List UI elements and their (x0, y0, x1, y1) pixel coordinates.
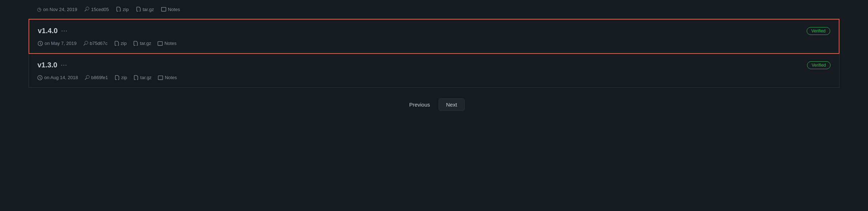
release-title-row-v1-3-0: v1.3.0 ··· (37, 61, 67, 69)
top-notes-item[interactable]: Notes (161, 7, 180, 12)
commit-item-v1-4-0[interactable]: b75d67c (83, 41, 108, 46)
zip-label-v1-4-0: zip (121, 41, 127, 46)
notes-label-v1-4-0: Notes (164, 41, 177, 46)
release-header-v1-4-0: v1.4.0 ··· Verified (29, 20, 839, 38)
targz-label-v1-4-0: tar.gz (140, 41, 151, 46)
notes-item-v1-3-0[interactable]: Notes (158, 75, 177, 80)
clock-icon (37, 6, 41, 12)
targz-item-v1-4-0[interactable]: tar.gz (133, 41, 151, 46)
top-notes-label: Notes (168, 7, 180, 12)
notes-icon-v1-3-0 (158, 75, 163, 80)
top-targz-item[interactable]: tar.gz (136, 7, 154, 12)
verified-badge-v1-3-0: Verified (807, 61, 831, 69)
top-commit-label: 15ced05 (91, 7, 109, 12)
zip-item-v1-4-0[interactable]: zip (114, 41, 127, 46)
targz-icon (136, 7, 141, 12)
date-label-v1-4-0: on May 7, 2019 (45, 41, 77, 46)
top-targz-label: tar.gz (143, 7, 154, 12)
notes-label-v1-3-0: Notes (165, 75, 177, 80)
commit-label-v1-3-0: b869fe1 (91, 75, 108, 80)
release-menu-v1-4-0[interactable]: ··· (61, 27, 68, 35)
next-button[interactable]: Next (439, 98, 465, 111)
date-label-v1-3-0: on Aug 14, 2018 (44, 75, 78, 80)
zip-icon (116, 7, 121, 12)
top-partial-row: on Nov 24, 2019 15ced05 zip tar.gz Notes (29, 0, 839, 19)
previous-button[interactable]: Previous (403, 99, 435, 110)
release-menu-v1-3-0[interactable]: ··· (61, 61, 67, 69)
zip-item-v1-3-0[interactable]: zip (114, 75, 127, 80)
zip-icon-v1-3-0 (114, 75, 119, 80)
commit-item-v1-3-0[interactable]: b869fe1 (85, 75, 108, 80)
notes-icon (161, 7, 166, 12)
clock-icon-v1-4-0 (38, 41, 43, 46)
zip-icon-v1-4-0 (114, 41, 119, 46)
clock-icon-v1-3-0 (37, 75, 42, 80)
commit-label-v1-4-0: b75d67c (90, 41, 108, 46)
top-zip-item[interactable]: zip (116, 7, 129, 12)
verified-badge-v1-4-0: Verified (807, 27, 830, 35)
release-meta-v1-3-0: on Aug 14, 2018 b869fe1 zip tar.gz Notes (29, 72, 839, 87)
top-commit-item[interactable]: 15ced05 (84, 7, 109, 12)
key-icon-v1-4-0 (83, 41, 88, 46)
release-meta-v1-4-0: on May 7, 2019 b75d67c zip tar.gz Notes (29, 38, 839, 53)
release-version-v1-4-0: v1.4.0 (38, 27, 58, 35)
top-zip-label: zip (123, 7, 129, 12)
page-container: on Nov 24, 2019 15ced05 zip tar.gz Notes… (0, 0, 868, 211)
notes-item-v1-4-0[interactable]: Notes (158, 41, 177, 46)
key-icon-v1-3-0 (85, 75, 90, 80)
targz-icon-v1-3-0 (133, 75, 138, 80)
targz-item-v1-3-0[interactable]: tar.gz (133, 75, 152, 80)
date-item-v1-3-0[interactable]: on Aug 14, 2018 (37, 75, 78, 80)
release-entry-v1-4-0: v1.4.0 ··· Verified on May 7, 2019 b75d6… (29, 19, 839, 54)
date-item-v1-4-0[interactable]: on May 7, 2019 (38, 41, 77, 46)
notes-icon-v1-4-0 (158, 41, 163, 46)
release-entry-v1-3-0: v1.3.0 ··· Verified on Aug 14, 2018 b869… (29, 54, 839, 88)
top-date-label: on Nov 24, 2019 (43, 7, 77, 12)
release-version-v1-3-0: v1.3.0 (37, 61, 57, 69)
targz-label-v1-3-0: tar.gz (140, 75, 152, 80)
targz-icon-v1-4-0 (133, 41, 138, 46)
pagination: Previous Next (29, 88, 839, 118)
release-header-v1-3-0: v1.3.0 ··· Verified (29, 54, 839, 72)
key-icon (84, 7, 89, 12)
release-title-row-v1-4-0: v1.4.0 ··· (38, 27, 68, 35)
top-date-item[interactable]: on Nov 24, 2019 (37, 6, 77, 12)
zip-label-v1-3-0: zip (121, 75, 127, 80)
